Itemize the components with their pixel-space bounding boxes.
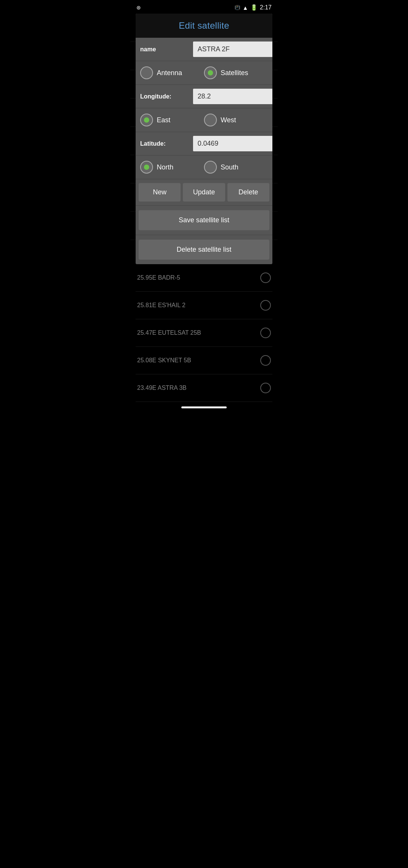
time-display: 2:17 [260, 4, 272, 11]
wifi-icon: ▲ [243, 5, 248, 11]
satellites-radio[interactable] [204, 66, 217, 79]
satellite-item-radio[interactable] [260, 272, 271, 283]
satellite-item-label: 23.49E ASTRA 3B [137, 385, 187, 391]
north-label: North [157, 163, 173, 171]
update-button[interactable]: Update [183, 183, 225, 202]
east-label: East [157, 116, 170, 124]
vibrate-icon: 📳 [235, 5, 240, 10]
satellite-list-item[interactable]: 25.47E EUTELSAT 25B [136, 319, 272, 347]
east-radio[interactable] [140, 114, 153, 126]
satellite-list-item[interactable]: 25.81E ES'HAIL 2 [136, 292, 272, 319]
satellite-item-radio[interactable] [260, 355, 271, 366]
north-group[interactable]: North [140, 161, 204, 174]
latitude-label: Latitude: [140, 140, 193, 147]
south-label: South [221, 163, 238, 171]
longitude-direction-row: East West [136, 108, 272, 132]
dialog-overlay: Edit satellite name Antenna Satellites [130, 14, 278, 402]
save-section: Save satellite list [136, 206, 272, 235]
satellite-list-item[interactable]: 23.49E ASTRA 3B [136, 374, 272, 402]
delete-satellite-list-button[interactable]: Delete satellite list [139, 240, 269, 260]
antenna-group[interactable]: Antenna [140, 66, 204, 79]
status-bar: ⊛ 📳 ▲ 🔋 2:17 [130, 0, 278, 14]
longitude-row: Longitude: [136, 85, 272, 108]
antenna-radio[interactable] [140, 66, 153, 79]
latitude-input[interactable] [193, 136, 272, 151]
south-group[interactable]: South [204, 161, 268, 174]
name-row: name [136, 38, 272, 61]
west-label: West [221, 116, 236, 124]
save-satellite-list-button[interactable]: Save satellite list [139, 210, 269, 230]
name-input[interactable] [193, 42, 272, 57]
status-left-icons: ⊛ [136, 5, 141, 11]
west-radio[interactable] [204, 114, 217, 126]
longitude-input[interactable] [193, 89, 272, 104]
west-group[interactable]: West [204, 114, 268, 126]
latitude-row: Latitude: [136, 132, 272, 155]
battery-icon: 🔋 [250, 4, 258, 11]
satellite-list: 25.95E BADR-5 25.81E ES'HAIL 2 25.47E EU… [130, 264, 278, 402]
satellite-item-radio[interactable] [260, 383, 271, 393]
latitude-direction-row: North South [136, 155, 272, 179]
satellites-radio-dot [208, 70, 213, 75]
north-radio-dot [144, 165, 149, 170]
delete-button[interactable]: Delete [227, 183, 269, 202]
satellite-item-radio[interactable] [260, 300, 271, 311]
satellite-list-item[interactable]: 25.95E BADR-5 [136, 264, 272, 292]
satellite-item-label: 25.08E SKYNET 5B [137, 357, 191, 364]
antenna-label: Antenna [157, 69, 182, 77]
action-button-row: New Update Delete [136, 179, 272, 206]
new-button[interactable]: New [139, 183, 181, 202]
delete-section: Delete satellite list [136, 235, 272, 264]
satellite-item-label: 25.95E BADR-5 [137, 274, 180, 281]
satellite-item-radio[interactable] [260, 328, 271, 338]
type-radio-row: Antenna Satellites [136, 61, 272, 85]
satellites-group[interactable]: Satellites [204, 66, 268, 79]
satellite-item-label: 25.81E ES'HAIL 2 [137, 302, 185, 309]
status-right-icons: 📳 ▲ 🔋 2:17 [235, 4, 272, 11]
edit-satellite-dialog: Edit satellite name Antenna Satellites [136, 14, 272, 264]
satellites-label: Satellites [221, 69, 248, 77]
longitude-label: Longitude: [140, 93, 193, 100]
name-label: name [140, 46, 193, 53]
east-group[interactable]: East [140, 114, 204, 126]
home-indicator-area [130, 402, 278, 413]
at-sign-icon: ⊛ [136, 5, 141, 11]
dialog-title: Edit satellite [136, 14, 272, 38]
east-radio-dot [144, 117, 149, 123]
satellite-list-item[interactable]: 25.08E SKYNET 5B [136, 347, 272, 374]
north-radio[interactable] [140, 161, 153, 174]
south-radio[interactable] [204, 161, 217, 174]
home-bar [181, 406, 227, 408]
satellite-item-label: 25.47E EUTELSAT 25B [137, 329, 201, 336]
